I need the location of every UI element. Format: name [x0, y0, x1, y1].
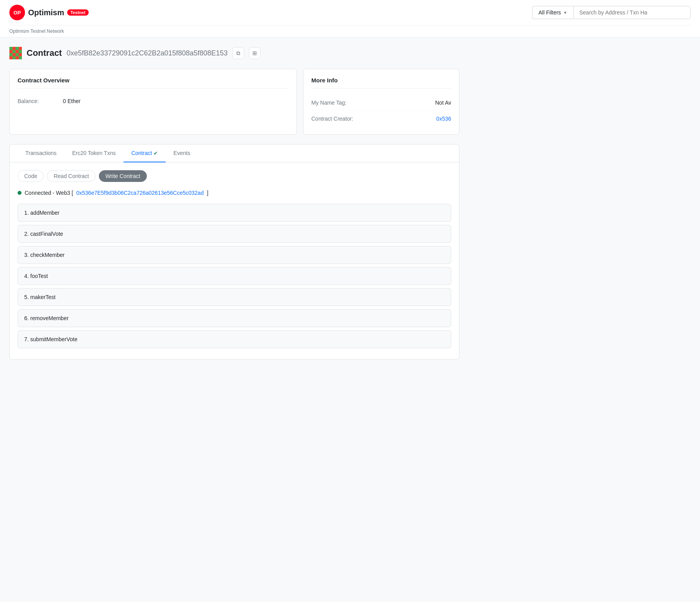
tab-events-label: Events	[173, 150, 190, 156]
overview-card-title: Contract Overview	[18, 77, 289, 89]
function-number-4: 4	[24, 273, 27, 279]
more-info-title: More Info	[311, 77, 451, 89]
contract-label: Contract	[27, 48, 62, 58]
svg-rect-14	[16, 56, 19, 59]
contract-icon	[9, 47, 22, 59]
name-tag-label: My Name Tag:	[311, 100, 346, 106]
tab-transactions[interactable]: Transactions	[18, 144, 64, 162]
balance-row: Balance: 0 Ether	[18, 95, 289, 107]
creator-label: Contract Creator:	[311, 116, 353, 122]
balance-label: Balance:	[18, 98, 57, 104]
function-number-6: 6	[24, 315, 27, 321]
contract-overview-card: Contract Overview Balance: 0 Ether	[9, 69, 297, 135]
chevron-down-icon: ▼	[563, 11, 567, 15]
sub-btn-group: Code Read Contract Write Contract	[18, 170, 451, 182]
function-item-4[interactable]: 4. fooTest	[18, 267, 451, 285]
svg-rect-12	[9, 56, 12, 59]
testnet-badge: Testnet	[67, 9, 88, 16]
contract-address: 0xe5fB82e33729091c2C62B2a015f808a5f808E1…	[66, 49, 227, 57]
function-name-7: submitMemberVote	[30, 336, 78, 342]
contract-title-row: Contract 0xe5fB82e33729091c2C62B2a015f80…	[9, 47, 459, 59]
function-name-2: castFinalVote	[30, 231, 63, 237]
connected-status: Connected - Web3 [ 0x536e7E5f9d3b06C2ca7…	[18, 190, 451, 196]
tab-content: Code Read Contract Write Contract Connec…	[10, 162, 459, 359]
function-number-3: 3	[24, 252, 27, 258]
function-name-5: makerTest	[30, 294, 56, 300]
read-contract-label: Read Contract	[54, 173, 89, 179]
function-item-7[interactable]: 7. submitMemberVote	[18, 330, 451, 348]
tab-contract[interactable]: Contract ✔	[123, 144, 166, 162]
grid-button[interactable]: ⊞	[249, 47, 261, 59]
tab-erc20[interactable]: Erc20 Token Txns	[64, 144, 124, 162]
tab-erc20-label: Erc20 Token Txns	[72, 150, 116, 156]
overview-section: Contract Overview Balance: 0 Ether More …	[9, 69, 459, 135]
creator-row: Contract Creator: 0x536	[311, 111, 451, 126]
logo-area: OP Optimism Testnet	[9, 5, 89, 20]
function-item-5[interactable]: 5. makerTest	[18, 288, 451, 306]
logo-text: Optimism	[28, 8, 64, 17]
filter-label: All Filters	[539, 9, 561, 16]
tab-events[interactable]: Events	[166, 144, 198, 162]
svg-rect-6	[16, 50, 19, 53]
header: OP Optimism Testnet All Filters ▼ Optimi…	[0, 0, 700, 37]
grid-icon: ⊞	[252, 50, 257, 56]
read-contract-button[interactable]: Read Contract	[47, 170, 95, 182]
function-name-3: checkMember	[30, 252, 65, 258]
connected-dot-icon	[18, 191, 21, 195]
tab-transactions-label: Transactions	[25, 150, 57, 156]
name-tag-value: Not Av	[435, 100, 451, 106]
function-number-1: 1	[24, 210, 27, 216]
function-item-1[interactable]: 1. addMember	[18, 204, 451, 222]
filter-button[interactable]: All Filters ▼	[532, 6, 573, 19]
svg-rect-10	[16, 53, 19, 56]
svg-rect-5	[12, 50, 16, 53]
tabs-section: Transactions Erc20 Token Txns Contract ✔…	[9, 144, 459, 360]
connected-suffix: ]	[207, 190, 208, 196]
code-button-label: Code	[24, 173, 37, 179]
function-number-7: 7	[24, 336, 27, 342]
svg-rect-13	[12, 56, 16, 59]
svg-rect-7	[19, 50, 22, 53]
function-list: 1. addMember 2. castFinalVote 3. checkMe…	[18, 204, 451, 348]
write-contract-label: Write Contract	[105, 173, 140, 179]
function-item-6[interactable]: 6. removeMember	[18, 309, 451, 327]
svg-rect-2	[16, 47, 19, 50]
search-area: All Filters ▼	[532, 6, 691, 19]
function-item-3[interactable]: 3. checkMember	[18, 246, 451, 264]
search-input[interactable]	[573, 6, 691, 19]
creator-address-link[interactable]: 0x536	[436, 116, 451, 122]
page-content: Contract 0xe5fB82e33729091c2C62B2a015f80…	[0, 37, 469, 369]
function-number-5: 5	[24, 294, 27, 300]
svg-rect-0	[9, 47, 12, 50]
op-logo: OP	[9, 5, 25, 20]
logo-abbr: OP	[14, 10, 21, 16]
name-tag-row: My Name Tag: Not Av	[311, 95, 451, 111]
svg-rect-3	[19, 47, 22, 50]
write-contract-button[interactable]: Write Contract	[99, 170, 147, 182]
tabs-bar: Transactions Erc20 Token Txns Contract ✔…	[10, 144, 459, 162]
connected-address-link[interactable]: 0x536e7E5f9d3b06C2ca726a02613e56Cce5c032…	[76, 190, 204, 196]
function-number-2: 2	[24, 231, 27, 237]
tab-contract-label: Contract	[131, 150, 152, 156]
verified-icon: ✔	[154, 150, 158, 156]
svg-rect-9	[12, 53, 16, 56]
function-item-2[interactable]: 2. castFinalVote	[18, 225, 451, 243]
svg-rect-15	[19, 56, 22, 59]
more-info-card: More Info My Name Tag: Not Av Contract C…	[303, 69, 459, 135]
svg-rect-8	[9, 53, 12, 56]
connected-address: 0x536e7E5f9d3b06C2ca726a02613e56Cce5c032…	[76, 190, 204, 196]
copy-icon: ⧉	[236, 50, 240, 57]
function-name-1: addMember	[30, 210, 60, 216]
header-top: OP Optimism Testnet All Filters ▼	[9, 0, 691, 25]
function-name-4: fooTest	[30, 273, 48, 279]
code-button[interactable]: Code	[18, 170, 44, 182]
svg-rect-4	[9, 50, 12, 53]
connected-text: Connected - Web3 [	[25, 190, 73, 196]
svg-rect-1	[12, 47, 16, 50]
balance-value: 0 Ether	[63, 98, 80, 104]
svg-rect-11	[19, 53, 22, 56]
network-label: Optimism Testnet Network	[9, 25, 691, 37]
function-name-6: removeMember	[30, 315, 69, 321]
copy-address-button[interactable]: ⧉	[232, 47, 244, 59]
